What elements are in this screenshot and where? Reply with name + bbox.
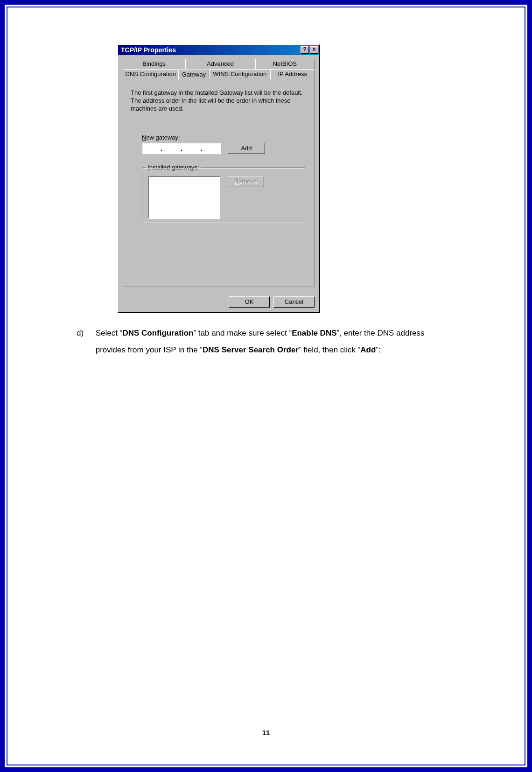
tab-panel-gateway: The first gateway in the Installed Gatew… (123, 79, 315, 287)
tab-row-front: DNS Configuration Gateway WINS Configura… (123, 69, 315, 79)
dialog-action-buttons: OK Cancel (229, 296, 315, 308)
tab-strip: Bindings Advanced NetBIOS DNS Configurat… (123, 59, 315, 287)
window-title: TCP/IP Properties (121, 46, 301, 54)
ok-button[interactable]: OK (229, 296, 270, 308)
gateway-info-text: The first gateway in the Installed Gatew… (131, 89, 307, 112)
step-marker: d) (77, 325, 93, 342)
instruction-step-d: d) Select “DNS Configuration” tab and ma… (77, 325, 445, 358)
new-gateway-row: . . . Add (142, 143, 307, 154)
title-bar-buttons: ? × (301, 46, 318, 54)
cancel-button[interactable]: Cancel (273, 296, 315, 308)
tab-advanced[interactable]: Advanced (185, 59, 255, 69)
help-button[interactable]: ? (301, 46, 309, 54)
installed-gateways-row: Remove (148, 176, 299, 219)
remove-button: Remove (227, 176, 264, 187)
new-gateway-label: New gateway: (142, 134, 307, 141)
window-frame: TCP/IP Properties ? × Bindings Advanced … (117, 44, 320, 313)
ip-octet-1[interactable] (142, 145, 161, 153)
tab-netbios[interactable]: NetBIOS (255, 59, 315, 69)
tab-ip-address[interactable]: IP Address (270, 69, 315, 79)
new-gateway-input[interactable]: . . . (142, 143, 221, 154)
installed-gateways-list[interactable] (148, 176, 220, 219)
ip-octet-2[interactable] (162, 145, 181, 153)
tab-wins-configuration[interactable]: WINS Configuration (209, 69, 270, 79)
installed-gateways-label: Installed gateways: (146, 164, 201, 171)
installed-gateways-group: Installed gateways: Remove (142, 167, 305, 223)
page-inner: TCP/IP Properties ? × Bindings Advanced … (7, 7, 525, 765)
ip-octet-4[interactable] (203, 145, 221, 153)
step-text: Select “DNS Configuration” tab and make … (96, 325, 441, 358)
add-button[interactable]: Add (228, 143, 265, 154)
tab-row-back: Bindings Advanced NetBIOS (123, 59, 315, 69)
close-button[interactable]: × (310, 46, 318, 54)
ip-octet-3[interactable] (182, 145, 201, 153)
document-page: TCP/IP Properties ? × Bindings Advanced … (0, 0, 532, 772)
tab-bindings[interactable]: Bindings (123, 59, 185, 69)
tab-gateway[interactable]: Gateway (178, 70, 209, 80)
tcpip-properties-dialog: TCP/IP Properties ? × Bindings Advanced … (117, 44, 320, 313)
tab-dns-configuration[interactable]: DNS Configuration (123, 69, 178, 79)
title-bar[interactable]: TCP/IP Properties ? × (118, 45, 319, 55)
window-body: Bindings Advanced NetBIOS DNS Configurat… (118, 55, 319, 312)
page-number: 11 (7, 729, 525, 737)
